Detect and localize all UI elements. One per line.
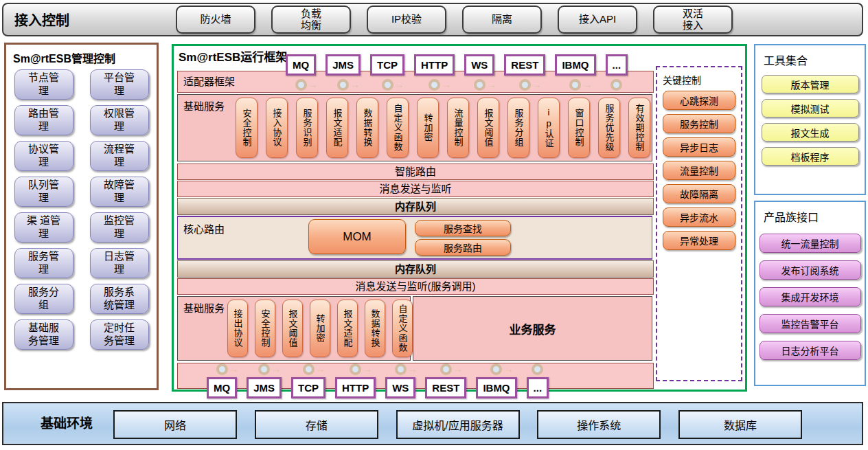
unified-flow-control-button[interactable]: 统一流量控制 — [760, 234, 861, 253]
protocol-tcp[interactable]: TCP — [291, 377, 326, 398]
basic-service-mgmt-button[interactable]: 基础服 务管理 — [14, 319, 73, 350]
service-lookup-button[interactable]: 服务查找 — [415, 220, 511, 236]
service-system-mgmt-button[interactable]: 服务系 统管理 — [90, 284, 149, 314]
message-adapt-button[interactable]: 报文适配 — [337, 300, 358, 357]
core-routing-label: 核心路由 — [183, 221, 225, 236]
monitor-mgmt-button[interactable]: 监控管 理 — [90, 212, 149, 243]
ip-auth-button[interactable]: ip认证 — [538, 98, 560, 158]
firewall-button[interactable]: 防火墙 — [176, 5, 255, 34]
async-flow-button[interactable]: 异步流水 — [663, 207, 735, 227]
protocol-mgmt-button[interactable]: 协议管 理 — [14, 141, 73, 171]
service-route-button[interactable]: 服务路由 — [415, 239, 511, 256]
service-mgmt-button[interactable]: 服务管 理 — [14, 248, 73, 278]
connector-circle-icon — [569, 79, 581, 91]
permission-mgmt-button[interactable]: 权限管 理 — [90, 105, 149, 135]
access-api-button[interactable]: 接入API — [558, 5, 637, 34]
protocol-jms[interactable]: JMS — [247, 377, 282, 398]
flow-control-button[interactable]: 流量控制 — [447, 98, 469, 158]
protocol-ws[interactable]: WS — [464, 54, 494, 76]
log-mgmt-button[interactable]: 日志管 理 — [90, 248, 149, 278]
connector-circle-icon — [350, 363, 361, 375]
process-mgmt-button[interactable]: 流程管 理 — [90, 141, 149, 171]
heartbeat-detect-button[interactable]: 心跳探测 — [663, 91, 735, 110]
version-mgmt-button[interactable]: 版本管理 — [762, 75, 859, 93]
protocol-mq[interactable]: MQ — [207, 377, 237, 398]
custom-function-button[interactable]: 自定义函数 — [387, 98, 409, 158]
pubsub-system-button[interactable]: 发布订阅系统 — [760, 260, 861, 280]
connector-circle-icon — [490, 363, 502, 375]
protocol-tcp[interactable]: TCP — [370, 54, 404, 76]
esb-management-title: Sm@rtESB管理控制 — [6, 45, 157, 68]
isolation-button[interactable]: 隔离 — [462, 5, 542, 34]
connector-circle-icon — [295, 79, 307, 91]
tools-title: 工具集合 — [755, 45, 865, 69]
timed-task-mgmt-button[interactable]: 定时任 务管理 — [90, 319, 149, 350]
protocol-strip-bottom: MQ JMS TCP HTTP WS REST IBMQ ... — [207, 363, 549, 398]
service-identify-button[interactable]: 服务识别 — [296, 98, 318, 158]
protocol-ibmq[interactable]: IBMQ — [555, 54, 595, 76]
mock-test-button[interactable]: 模拟测试 — [762, 99, 859, 117]
outbound-protocol-button[interactable]: 接出协议 — [227, 300, 248, 357]
window-control-button[interactable]: 窗口控制 — [568, 98, 590, 158]
message-threshold-button[interactable]: 报文阈值 — [282, 300, 303, 357]
database-button[interactable]: 数据库 — [678, 410, 802, 439]
basic-services-bottom-label: 基础服务 — [183, 300, 225, 315]
queue-mgmt-button[interactable]: 队列管 理 — [14, 177, 73, 207]
ide-button[interactable]: 集成开发环境 — [760, 287, 861, 306]
protocol-more[interactable]: ... — [527, 377, 549, 398]
connector-circle-icon — [303, 363, 315, 375]
connector-circle-icon — [258, 363, 270, 375]
encrypt-button[interactable]: 转加密 — [417, 98, 439, 158]
encrypt-button[interactable]: 转加密 — [310, 300, 330, 357]
service-priority-button[interactable]: 服务优先级 — [598, 98, 620, 158]
fault-isolation-button[interactable]: 故障隔离 — [663, 184, 735, 203]
network-button[interactable]: 网络 — [113, 410, 237, 439]
monitor-alert-platform-button[interactable]: 监控告警平台 — [760, 314, 861, 333]
protocol-http[interactable]: HTTP — [335, 377, 376, 398]
channel-mgmt-button[interactable]: 渠 道管 理 — [14, 212, 73, 243]
protocol-node: WS — [464, 54, 494, 91]
connector-circle-icon — [429, 79, 440, 91]
mom-button[interactable]: MOM — [308, 219, 406, 254]
ip-check-button[interactable]: IP校验 — [367, 5, 446, 34]
protocol-node: ... — [606, 54, 628, 91]
validity-control-button[interactable]: 有效期控制 — [628, 98, 650, 158]
protocol-jms[interactable]: JMS — [326, 54, 361, 76]
data-transform-button[interactable]: 数据转换 — [365, 300, 385, 357]
protocol-node: IBMQ — [555, 54, 595, 91]
fault-mgmt-button[interactable]: 故障管 理 — [90, 177, 149, 207]
route-mgmt-button[interactable]: 路由管 理 — [14, 105, 73, 135]
protocol-rest[interactable]: REST — [504, 54, 545, 76]
data-transform-button[interactable]: 数据转换 — [356, 98, 378, 158]
service-group-button[interactable]: 服务分组 — [507, 98, 529, 158]
protocol-http[interactable]: HTTP — [414, 54, 455, 76]
protocol-rest[interactable]: REST — [425, 377, 466, 398]
security-control-button[interactable]: 安全控制 — [255, 300, 275, 357]
dual-active-button[interactable]: 双活 接入 — [653, 5, 733, 34]
load-balance-button[interactable]: 负载 均衡 — [271, 5, 351, 34]
security-control-button[interactable]: 安全控制 — [236, 98, 258, 158]
protocol-more[interactable]: ... — [606, 54, 628, 76]
custom-function-button[interactable]: 自定义函数 — [392, 300, 413, 357]
service-group-button[interactable]: 服务分 组 — [14, 284, 73, 314]
protocol-mq[interactable]: MQ — [286, 54, 316, 76]
flow-control-button[interactable]: 流量控制 — [663, 161, 735, 180]
message-adapt-button[interactable]: 报文适配 — [326, 98, 348, 158]
message-threshold-button[interactable]: 报文阈值 — [477, 98, 499, 158]
stub-program-button[interactable]: 档板程序 — [762, 147, 859, 166]
base-environment-bar: 基础环境 网络 存储 虚拟机/应用服务器 操作系统 数据库 — [2, 402, 863, 445]
protocol-ws[interactable]: WS — [385, 377, 415, 398]
basic-services-bottom-section: 基础服务 接出协议 安全控制 报文阈值 转加密 报文适配 数据转换 自定义函数 — [177, 296, 411, 361]
node-mgmt-button[interactable]: 节点管 理 — [14, 69, 73, 100]
service-control-button[interactable]: 服务控制 — [663, 114, 735, 133]
platform-mgmt-button[interactable]: 平台管 理 — [90, 69, 149, 100]
protocol-ibmq[interactable]: IBMQ — [476, 377, 516, 398]
storage-button[interactable]: 存储 — [255, 410, 378, 439]
log-analysis-platform-button[interactable]: 日志分析平台 — [760, 341, 861, 360]
exception-handling-button[interactable]: 异常处理 — [663, 231, 735, 250]
vm-appserver-button[interactable]: 虚拟机/应用服务器 — [396, 410, 520, 439]
os-button[interactable]: 操作系统 — [537, 410, 661, 439]
async-log-button[interactable]: 异步日志 — [663, 137, 735, 157]
message-generate-button[interactable]: 报文生成 — [762, 123, 859, 142]
access-protocol-button[interactable]: 接入协议 — [266, 98, 288, 158]
